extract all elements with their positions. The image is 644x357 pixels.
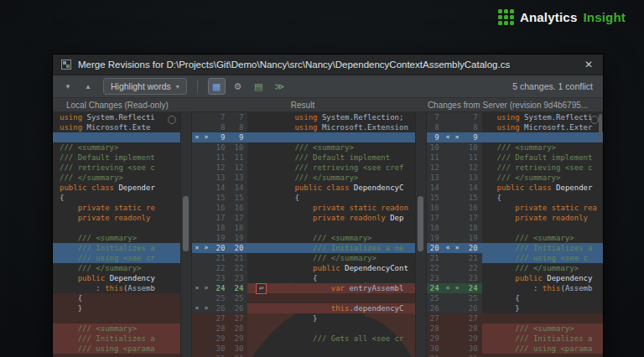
next-change-button[interactable]: ▼ xyxy=(60,79,76,94)
merge-revisions-window: Merge Revisions for D:\Projects\Git\Demo… xyxy=(52,54,604,357)
line-number: 30 xyxy=(210,344,229,353)
line-number: 19 xyxy=(462,234,482,242)
ignore-change-button[interactable]: ✕ xyxy=(453,132,462,142)
right-gutter-row: 88 xyxy=(427,122,482,132)
code-line: /// </summary> xyxy=(482,263,603,273)
line-number: 14 xyxy=(427,184,444,192)
apply-change-button[interactable]: » xyxy=(201,283,210,293)
code-segment: /// Initializes a xyxy=(60,334,155,343)
local-changes-header: Local Changes (Read-only) xyxy=(53,101,191,110)
code-segment: /// using <parama xyxy=(60,344,155,353)
right-gutter-row: 1010 xyxy=(427,142,482,153)
right-gutter-row: 1919 xyxy=(427,233,482,243)
line-number: 20 xyxy=(229,244,247,252)
line-number: 19 xyxy=(229,234,247,242)
apply-change-button[interactable]: « xyxy=(444,283,453,293)
line-number: 26 xyxy=(462,304,482,313)
close-button[interactable]: ✕ xyxy=(583,59,595,70)
code-segment: var xyxy=(331,284,345,292)
left-gutter-row: 1919 xyxy=(192,233,247,243)
code-segment: private readonly xyxy=(78,214,151,222)
code-segment: .dependencyC xyxy=(349,304,403,313)
code-line xyxy=(53,223,180,233)
code-segment: public class xyxy=(497,184,556,192)
code-segment: using xyxy=(294,123,322,132)
code-segment: using xyxy=(60,123,87,132)
highlight-mode-dropdown[interactable]: Highlight words ▾ xyxy=(103,78,187,95)
toolbar-separator xyxy=(197,80,198,93)
apply-change-button[interactable]: » xyxy=(201,303,210,313)
window-titlebar[interactable]: Merge Revisions for D:\Projects\Git\Demo… xyxy=(53,54,603,75)
ignore-change-button[interactable]: ✕ xyxy=(453,243,462,253)
right-gutter-row: 1212 xyxy=(427,163,482,173)
line-number: 13 xyxy=(462,173,482,182)
code-segment: Microsoft.Extension xyxy=(322,123,408,132)
code-line: using System.Reflection; xyxy=(247,112,414,122)
apply-nonconflicting-button[interactable]: ≫ xyxy=(271,78,288,95)
server-changes-editor[interactable]: using System.Reflectiusing Microsoft.Ext… xyxy=(482,112,603,357)
apply-change-button[interactable]: « xyxy=(444,243,453,253)
line-number: 27 xyxy=(210,314,229,323)
left-gutter-row: 2727 xyxy=(192,313,247,323)
line-number: 18 xyxy=(210,224,229,232)
diff-columns-button[interactable]: ▤ xyxy=(250,78,267,95)
ignore-change-button[interactable]: ✕ xyxy=(192,303,201,313)
ignore-change-button[interactable]: ✕ xyxy=(192,243,201,253)
result-scrollbar[interactable] xyxy=(415,112,427,357)
line-number: 14 xyxy=(229,184,247,192)
arrow-up-icon: ▲ xyxy=(85,83,91,91)
left-scrollbar[interactable] xyxy=(180,112,192,357)
apply-change-button[interactable]: » xyxy=(201,243,210,253)
local-changes-editor[interactable]: using System.Reflectiusing Microsoft.Ext… xyxy=(53,112,180,357)
ignore-change-button[interactable]: ✕ xyxy=(453,283,462,293)
line-number: 26 xyxy=(229,304,247,313)
code-line: /// </summary> xyxy=(53,263,180,273)
right-gutter-row: 1313 xyxy=(427,173,482,183)
code-line: /// <summary> xyxy=(53,233,180,243)
code-segment: this xyxy=(331,304,350,313)
line-number: 24 xyxy=(462,284,482,292)
code-line: /// Default implement xyxy=(247,153,414,163)
right-gutter-row: 1717 xyxy=(427,213,482,223)
line-number: 22 xyxy=(462,264,482,272)
code-line: /// Initializes a xyxy=(482,334,603,344)
settings-button[interactable]: ⚙ xyxy=(229,78,247,95)
line-number: 25 xyxy=(210,294,229,303)
left-gutter-row: 2121 xyxy=(192,253,247,263)
code-line xyxy=(482,354,603,357)
code-segment: /// </summary> xyxy=(294,173,358,182)
code-segment: /// Gets all <see cr xyxy=(294,334,403,343)
right-gutter-row: 3131 xyxy=(427,354,482,357)
code-line: { xyxy=(482,193,603,203)
result-editor[interactable]: ⇌ using System.Reflection;using Microsof… xyxy=(247,112,414,357)
code-segment: /// Initializes a xyxy=(60,244,155,252)
viewer-mode-button[interactable]: ▦ xyxy=(208,78,226,95)
code-segment: /// </summary> xyxy=(60,173,123,182)
code-segment: Depender xyxy=(556,184,592,192)
code-segment: { xyxy=(497,194,501,202)
ignore-change-button[interactable]: ✕ xyxy=(192,283,201,293)
line-number: 17 xyxy=(229,214,247,222)
line-number: 27 xyxy=(427,314,444,323)
code-line: { xyxy=(53,293,180,303)
code-segment: using xyxy=(497,113,525,122)
code-line: using Microsoft.Exter xyxy=(482,122,603,132)
right-scrollbar-thumb[interactable] xyxy=(599,114,602,142)
apply-change-button[interactable]: « xyxy=(444,132,453,142)
left-gutter-row: 1616 xyxy=(192,203,247,213)
code-line: /// using <see c xyxy=(482,253,603,263)
chevron-down-icon: ▾ xyxy=(176,83,179,91)
code-segment: DependencyC xyxy=(354,184,404,192)
line-number: 27 xyxy=(462,314,482,323)
left-scrollbar-thumb[interactable] xyxy=(183,196,189,251)
highlight-mode-value: Highlight words xyxy=(111,81,171,91)
code-segment xyxy=(294,204,313,212)
previous-change-button[interactable]: ▲ xyxy=(80,79,96,94)
code-segment: /// retrieving <see c xyxy=(497,163,593,172)
resolve-conflict-icon[interactable]: ⇌ xyxy=(256,283,267,294)
line-number: 20 xyxy=(462,244,482,252)
apply-change-button[interactable]: » xyxy=(201,132,210,142)
left-gutter-row: ✕»2020 xyxy=(192,243,247,253)
ignore-change-button[interactable]: ✕ xyxy=(192,132,201,142)
result-scrollbar-thumb[interactable] xyxy=(418,196,423,251)
